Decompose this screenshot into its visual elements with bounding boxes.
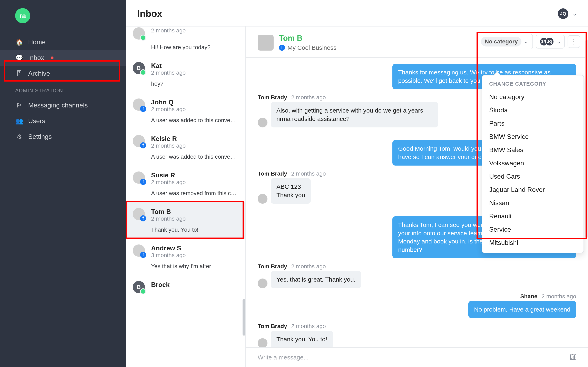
thread-header: Tom B f My Cool Business No category ⌄ [246, 26, 588, 58]
message-incoming: Tom Brady2 months ago Yes, that is great… [258, 263, 576, 288]
sidebar-item-users[interactable]: 👥Users [0, 113, 126, 129]
conversation-item[interactable]: B Kat 2 months ago hey? [126, 56, 245, 93]
nav-icon: 🏠 [15, 39, 23, 46]
nav-icon: 🏳 [15, 102, 23, 109]
message-author: Shane [520, 293, 537, 300]
message-incoming: Tom Brady2 months ago Thank you. You to! [258, 323, 576, 347]
facebook-badge-icon: f [140, 252, 146, 258]
kebab-icon: ⋮ [571, 38, 577, 45]
message-time: 2 months ago [541, 293, 576, 300]
sidebar-item-home[interactable]: 🏠Home [0, 34, 126, 50]
category-option[interactable]: Jaguar Land Rover [482, 183, 584, 196]
message-composer: 🖼 [246, 347, 588, 367]
conversation-item[interactable]: B Brock [126, 275, 245, 303]
conversation-name: Kelsie R [151, 135, 229, 142]
conversation-name: Kat [151, 62, 229, 69]
online-badge-icon [140, 69, 146, 75]
conversation-name: John Q [151, 99, 229, 106]
conversation-preview: A user was removed from this conv… [151, 190, 237, 197]
message-bubble: No problem, Have a great weekend [468, 301, 576, 318]
conversation-time: 2 months ago [151, 69, 229, 76]
contact-avatar [258, 35, 274, 50]
facebook-badge-icon: f [140, 215, 146, 221]
message-author: Tom Brady [258, 170, 287, 177]
chevron-down-icon: ⌄ [557, 39, 561, 45]
category-option[interactable]: BMW Service [482, 130, 584, 143]
conversation-item[interactable]: f Susie R 2 months ago A user was remove… [126, 166, 245, 202]
conversation-item[interactable]: f John Q 2 months ago A user was added t… [126, 93, 245, 129]
category-chip: No category [481, 37, 521, 47]
category-option[interactable]: Škoda [482, 104, 584, 117]
conversation-item[interactable]: f Tom B 2 months ago Thank you. You to! [126, 202, 245, 239]
nav-label: Inbox [28, 54, 44, 62]
chevron-down-icon: ⌄ [524, 39, 528, 45]
contact-name[interactable]: Tom B [279, 34, 337, 43]
message-time: 2 months ago [291, 170, 326, 177]
sidebar-item-messaging-channels[interactable]: 🏳Messaging channels [0, 98, 126, 113]
facebook-badge-icon: f [140, 106, 146, 112]
nav-section-admin: ADMINISTRATION [0, 81, 126, 98]
category-option[interactable]: Renault [482, 210, 584, 223]
category-selector[interactable]: No category ⌄ [476, 34, 533, 49]
message-avatar [258, 118, 268, 127]
message-outgoing: Shane2 months ago No problem, Have a gre… [258, 293, 576, 318]
facebook-icon: f [279, 45, 285, 51]
conversation-item[interactable]: 2 months ago Hi! How are you today? [126, 26, 245, 56]
conversation-name: Andrew S [151, 244, 229, 252]
conversation-thread: Tom B f My Cool Business No category ⌄ [246, 26, 588, 367]
conversation-item[interactable]: f Kelsie R 2 months ago A user was added… [126, 129, 245, 166]
nav-icon: 💬 [15, 54, 23, 61]
category-option[interactable]: Nissan [482, 196, 584, 210]
conversation-time: 3 months ago [151, 252, 229, 259]
message-avatar [258, 338, 268, 347]
conversation-preview: Yes that is why I'm after [151, 263, 237, 269]
nav-label: Home [28, 38, 45, 46]
assignee-selector[interactable]: SM JQ ⌄ [536, 35, 565, 49]
sidebar-item-archive[interactable]: 🗄Archive [0, 66, 126, 81]
scrollbar-thumb[interactable] [242, 299, 245, 336]
category-option[interactable]: No category [482, 90, 584, 104]
category-dropdown: CHANGE CATEGORY No categoryŠkodaPartsBMW… [482, 75, 584, 253]
more-menu-button[interactable]: ⋮ [568, 35, 580, 48]
category-option[interactable]: Parts [482, 117, 584, 130]
assignee-avatar: JQ [545, 37, 554, 46]
message-author: Tom Brady [258, 323, 287, 329]
scrollbar-track[interactable] [585, 58, 588, 238]
conversation-name: Tom B [151, 208, 229, 216]
nav-icon: 👥 [15, 117, 23, 125]
facebook-badge-icon: f [140, 179, 146, 185]
message-bubble: Also, with getting a service with you do… [271, 102, 438, 127]
conversation-name: Susie R [151, 171, 229, 179]
current-user-avatar[interactable]: JQ [558, 8, 568, 19]
conversation-time: 2 months ago [151, 142, 229, 149]
dropdown-title: CHANGE CATEGORY [482, 81, 584, 90]
category-option[interactable]: Used Cars [482, 170, 584, 183]
nav-icon: ⚙ [15, 133, 23, 140]
message-author: Tom Brady [258, 263, 287, 270]
facebook-badge-icon: f [140, 142, 146, 149]
attach-image-icon[interactable]: 🖼 [569, 353, 576, 361]
conversation-item[interactable]: f Andrew S 3 months ago Yes that is why … [126, 239, 245, 275]
conversation-time: 2 months ago [151, 106, 229, 113]
online-badge-icon [140, 35, 146, 41]
message-bubble: ABC 123Thank you [271, 178, 311, 204]
topbar: Inbox JQ ⌄ [126, 0, 588, 26]
category-option[interactable]: Volkswagen [482, 157, 584, 170]
sidebar: ra 🏠Home💬Inbox🗄Archive ADMINISTRATION 🏳M… [0, 0, 126, 367]
nav-label: Users [28, 117, 45, 125]
category-option[interactable]: Mitsubishi [482, 236, 584, 249]
message-avatar [258, 194, 268, 204]
sidebar-item-settings[interactable]: ⚙Settings [0, 129, 126, 145]
message-avatar [258, 278, 268, 288]
unread-dot-icon [51, 57, 53, 59]
chevron-down-icon[interactable]: ⌄ [572, 11, 577, 17]
category-option[interactable]: Service [482, 223, 584, 236]
message-time: 2 months ago [291, 263, 326, 270]
conversation-list[interactable]: 2 months ago Hi! How are you today? B Ka… [126, 26, 246, 367]
conversation-preview: A user was added to this conversat… [151, 154, 237, 160]
conversation-name: Brock [151, 281, 229, 289]
message-input[interactable] [258, 354, 569, 361]
category-option[interactable]: BMW Sales [482, 143, 584, 157]
online-badge-icon [140, 288, 146, 294]
sidebar-item-inbox[interactable]: 💬Inbox [0, 50, 126, 66]
